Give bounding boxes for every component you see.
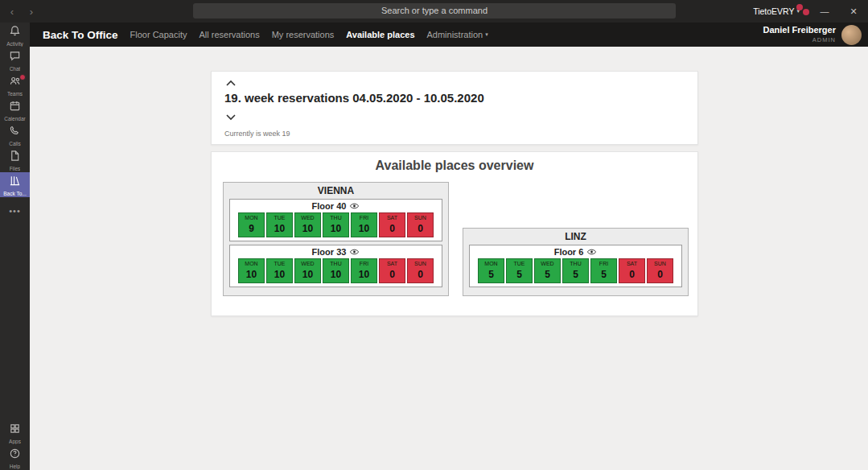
grid-icon [9,423,21,438]
avatar-notification-badge [803,9,809,15]
days-row: MON9 TUE10 WED10 THU10 FRI10 SAT0 SUN0 [230,212,442,237]
eye-icon[interactable] [586,248,597,256]
day-cell[interactable]: TUE10 [266,258,293,283]
nav-floor-capacity[interactable]: Floor Capacity [130,30,187,39]
day-value: 9 [249,223,254,234]
day-cell[interactable]: FRI5 [590,258,617,283]
day-cell[interactable]: FRI10 [351,258,377,283]
day-cell[interactable]: SAT0 [379,212,405,237]
week-down-button[interactable] [224,110,237,120]
app-icon [9,175,21,190]
available-places-card: Available places overview VIENNA Floor 4… [211,151,698,316]
location-name: LINZ [463,231,688,242]
search-input[interactable]: Search or type a command [193,3,676,19]
day-cell[interactable]: SAT0 [619,258,645,283]
day-value: 10 [302,269,313,280]
day-cell[interactable]: SAT0 [379,258,405,283]
day-value: 0 [418,223,423,234]
day-label: TUE [274,213,286,221]
day-label: TUE [274,259,286,267]
app-nav: Floor Capacity All reservations My reser… [130,30,488,39]
sidebar-item-label: Chat [10,66,21,72]
close-button[interactable]: ✕ [839,0,868,23]
day-value: 0 [418,269,423,280]
day-label: TUE [514,259,525,267]
app-title: Back To Office [43,29,118,41]
main-content: 19. week reservations 04.05.2020 - 10.05… [30,47,868,470]
week-title: 19. week reservations 04.05.2020 - 10.05… [224,91,484,105]
nav-available-places[interactable]: Available places [346,30,414,39]
day-cell[interactable]: THU10 [323,212,349,237]
days-row: MON10 TUE10 WED10 THU10 FRI10 SAT0 SUN0 [230,258,442,283]
day-value: 0 [629,269,635,280]
bell-icon [9,25,21,40]
day-value: 10 [302,223,313,234]
day-cell[interactable]: WED10 [294,212,321,237]
app-header: Back To Office Floor Capacity All reserv… [30,23,868,47]
day-cell[interactable]: THU5 [562,258,589,283]
day-cell[interactable]: MON10 [238,258,265,283]
eye-icon[interactable] [349,202,360,210]
sidebar-item-more[interactable]: ••• [0,197,30,222]
nav-all-reservations[interactable]: All reservations [199,30,259,39]
week-up-button[interactable] [224,76,237,86]
day-value: 0 [389,223,395,234]
sidebar-item-calendar[interactable]: Calendar [0,97,30,122]
forward-arrow-icon[interactable]: › [26,6,37,18]
day-value: 10 [274,269,285,280]
day-value: 5 [601,269,607,280]
minimize-button[interactable]: — [810,0,839,23]
nav-my-reservations[interactable]: My reservations [272,30,335,39]
day-label: MON [484,259,497,267]
phone-icon [9,125,21,140]
day-label: SAT [387,213,397,221]
day-cell[interactable]: FRI10 [351,212,377,237]
day-label: FRI [360,213,368,221]
day-value: 0 [657,269,663,280]
day-label: WED [301,213,314,221]
day-cell[interactable]: SUN0 [407,258,434,283]
day-cell[interactable]: THU10 [323,258,349,283]
sidebar-item-help[interactable]: Help [0,445,30,470]
day-cell[interactable]: WED10 [294,258,321,283]
sidebar-item-apps[interactable]: Apps [0,420,30,445]
user-avatar[interactable] [841,25,862,45]
sidebar-item-files[interactable]: Files [0,147,30,172]
sidebar-item-chat[interactable]: Chat [0,47,30,72]
day-label: SAT [627,259,637,267]
day-cell[interactable]: SUN0 [407,212,434,237]
day-value: 5 [545,269,550,280]
nav-administration-label: Administration [427,30,483,39]
day-value: 0 [389,269,395,280]
back-arrow-icon[interactable]: ‹ [6,6,18,18]
floor-panel-6: Floor 6 MON5 TUE5 WED5 THU5 FRI5 SAT0 SU… [469,245,682,287]
location-box-linz: LINZ Floor 6 MON5 TUE5 WED5 THU5 FRI5 SA… [463,228,689,296]
day-cell[interactable]: MON9 [238,212,265,237]
teams-notification-badge [19,74,26,80]
nav-administration[interactable]: Administration ▾ [427,30,488,39]
day-label: THU [570,259,581,267]
floor-name: Floor 40 [312,201,347,211]
calendar-icon [9,100,21,115]
location-name: VIENNA [224,185,448,196]
day-value: 10 [274,223,285,234]
day-cell[interactable]: TUE5 [506,258,533,283]
day-cell[interactable]: TUE10 [266,212,293,237]
sidebar-item-label: Teams [7,91,23,97]
location-box-vienna: VIENNA Floor 40 MON9 TUE10 WED10 THU10 F… [223,182,449,296]
sidebar-item-calls[interactable]: Calls [0,122,30,147]
day-cell[interactable]: WED5 [534,258,561,283]
eye-icon[interactable] [349,248,360,256]
day-cell[interactable]: MON5 [478,258,504,283]
org-menu[interactable]: TietoEVRY ▾ [753,6,800,16]
sidebar-item-label: Calls [9,141,20,146]
app-rail: Activity Chat Teams Calendar Calls Files… [0,23,30,470]
sidebar-item-teams[interactable]: Teams [0,72,30,97]
floor-panel-33: Floor 33 MON10 TUE10 WED10 THU10 FRI10 S… [229,245,442,287]
sidebar-item-activity[interactable]: Activity [0,23,30,47]
day-label: SAT [387,259,397,267]
sidebar-spacer [0,222,30,420]
day-cell[interactable]: SUN0 [647,258,673,283]
day-label: WED [541,259,553,267]
sidebar-item-back-to-office[interactable]: Back To... [0,172,30,197]
